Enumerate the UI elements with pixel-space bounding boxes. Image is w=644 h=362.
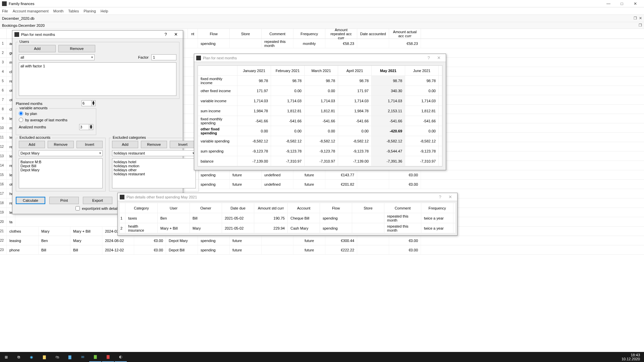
maximize-button[interactable]: □ bbox=[615, 1, 629, 6]
remove-user-button[interactable]: Remove bbox=[58, 45, 95, 52]
table-row[interactable]: sum spending-9,123.78-9,123.78-9,123.78-… bbox=[198, 146, 442, 156]
col-month[interactable]: March 2021 bbox=[305, 66, 338, 75]
add-category-button[interactable]: Add bbox=[112, 141, 138, 148]
col-month[interactable]: January 2021 bbox=[237, 66, 271, 75]
table-row[interactable]: sum income1,984.781,812.811,812.811,984.… bbox=[198, 106, 442, 116]
close-dialog-button[interactable]: ✕ bbox=[171, 32, 181, 37]
col-date-due[interactable]: Date due bbox=[222, 203, 254, 213]
plan-dialog-titlebar[interactable]: Plan for next months ? ✕ bbox=[12, 31, 183, 39]
analized-months-spinner[interactable]: ▲▼ bbox=[79, 124, 93, 130]
list-item[interactable]: Depot Bill bbox=[20, 164, 101, 168]
print-button[interactable]: Print bbox=[49, 197, 79, 204]
col-frequency[interactable]: Frequency bbox=[293, 29, 325, 39]
col-store[interactable]: Store bbox=[230, 29, 262, 39]
app-icon-2[interactable]: ▇ bbox=[89, 352, 101, 362]
help-button[interactable]: ? bbox=[424, 55, 434, 60]
menu-account-management[interactable]: Account management bbox=[13, 9, 49, 13]
account-select[interactable]: Depot Mary bbox=[19, 150, 103, 156]
table-row[interactable]: 1taxesBenBill2021-05-02190.75Cheque Bill… bbox=[120, 213, 455, 223]
close-button[interactable]: ✕ bbox=[629, 1, 642, 6]
menu-tables[interactable]: Tables bbox=[68, 9, 79, 13]
col-user[interactable]: User bbox=[158, 203, 190, 213]
mail-icon[interactable]: ✉ bbox=[76, 352, 89, 362]
col-category[interactable]: Category bbox=[125, 203, 158, 213]
col-amount-std[interactable]: Amount std curr bbox=[254, 203, 288, 213]
planned-months-spinner[interactable]: ▲▼ bbox=[82, 100, 96, 106]
table-row[interactable]: 22leasingBenMary2024-08-02€0.00Depot Mar… bbox=[0, 236, 644, 245]
calculate-button[interactable]: Calculate bbox=[16, 197, 45, 204]
list-item[interactable]: all with factor 1 bbox=[20, 64, 175, 68]
menu-month[interactable]: Month bbox=[53, 9, 64, 13]
table-row[interactable]: fixed monthly spending-541.66-541.66-541… bbox=[198, 116, 442, 126]
close-dialog-button[interactable]: ✕ bbox=[434, 55, 444, 60]
subdoc-restore-icon[interactable]: ❐ bbox=[639, 23, 642, 27]
table-row[interactable]: other fixed income171.970.000.00171.9734… bbox=[198, 86, 442, 96]
doc-close-icon[interactable]: ✕ bbox=[639, 16, 642, 20]
invert-account-button[interactable]: Invert bbox=[76, 141, 103, 148]
col-comment[interactable]: Comment bbox=[384, 203, 421, 213]
table-row[interactable]: other fixed spending0.000.000.000.00-420… bbox=[198, 126, 442, 136]
menu-file[interactable]: File bbox=[2, 9, 8, 13]
doc-restore-icon[interactable]: ❐ bbox=[634, 16, 637, 20]
export-button[interactable]: Export bbox=[83, 197, 112, 204]
col-month[interactable]: April 2021 bbox=[338, 66, 372, 75]
table-row[interactable]: 23phoneBillBill2024-12-02€0.00Depot Bill… bbox=[0, 245, 644, 255]
col-month[interactable]: May 2021 bbox=[372, 66, 405, 75]
app-icon-4[interactable]: ◐ bbox=[115, 352, 127, 362]
account-listbox[interactable]: Balance M:B Depot Bill Depot Mary bbox=[19, 158, 103, 188]
col-date-accounted[interactable]: Date accounted bbox=[357, 29, 389, 39]
close-dialog-button[interactable]: ✕ bbox=[445, 194, 455, 199]
table-row[interactable]: fixed monthly income98.7898.7898.7898.78… bbox=[198, 76, 442, 86]
radio-by-plan[interactable]: by plan bbox=[19, 111, 93, 116]
list-item[interactable]: Balance M:B bbox=[20, 160, 101, 164]
add-user-button[interactable]: Add bbox=[19, 45, 56, 52]
table-row[interactable]: variable spending-8,582.12-8,582.12-8,58… bbox=[198, 136, 442, 146]
category-select[interactable]: holidays restaurant bbox=[112, 150, 196, 156]
remove-category-button[interactable]: Remove bbox=[141, 141, 167, 148]
list-item[interactable]: holidays hotel bbox=[114, 160, 194, 164]
explorer-icon[interactable]: ▇ bbox=[38, 352, 50, 362]
list-item[interactable]: holidays restaurant bbox=[114, 172, 194, 176]
col-flow[interactable]: Flow bbox=[320, 203, 352, 213]
col-frequency[interactable]: Frequency bbox=[421, 203, 453, 213]
minimize-button[interactable]: — bbox=[602, 1, 615, 6]
col-flow[interactable]: Flow bbox=[198, 29, 230, 39]
help-button[interactable]: ? bbox=[435, 194, 445, 199]
plan-detail-table[interactable]: Category User Owner Date due Amount std … bbox=[120, 203, 455, 233]
category-listbox[interactable]: holidays hotel holidays motion holidays … bbox=[112, 158, 196, 188]
remove-account-button[interactable]: Remove bbox=[48, 141, 74, 148]
user-select[interactable]: all bbox=[19, 54, 95, 60]
radio-by-average[interactable]: by average of last months bbox=[19, 118, 93, 122]
system-tray[interactable]: 18:43 10.12.2020 bbox=[622, 353, 644, 361]
help-button[interactable]: ? bbox=[161, 32, 171, 37]
plan-detail-titlebar[interactable]: Plan details other fixed spending May 20… bbox=[118, 193, 457, 201]
table-row[interactable]: 2health insuranceMary + BillMary2021-05-… bbox=[120, 223, 455, 233]
col-account[interactable]: Account bbox=[288, 203, 320, 213]
table-row[interactable]: variable income1,714.031,714.031,714.031… bbox=[198, 96, 442, 106]
edge-icon[interactable]: ◉ bbox=[25, 352, 38, 362]
col-amount-actual[interactable]: Amount actual acc curr bbox=[389, 29, 421, 39]
list-item[interactable]: Depot Mary bbox=[20, 168, 101, 172]
col-month[interactable]: February 2021 bbox=[271, 66, 305, 75]
list-item[interactable]: holidays motion bbox=[114, 164, 194, 168]
add-account-button[interactable]: Add bbox=[19, 141, 45, 148]
menu-planing[interactable]: Planing bbox=[84, 9, 96, 13]
start-button[interactable]: ⊞ bbox=[0, 352, 12, 362]
col-month[interactable]: June 2021 bbox=[405, 66, 439, 75]
menu-help[interactable]: Help bbox=[101, 9, 108, 13]
plan-result-titlebar[interactable]: Plan for next months ? ✕ bbox=[194, 54, 446, 62]
table-row[interactable]: balance-7,139.00-7,310.97-7,310.97-7,139… bbox=[198, 156, 442, 166]
invert-category-button[interactable]: Invert bbox=[170, 141, 196, 148]
col-comment[interactable]: Comment bbox=[262, 29, 293, 39]
col-amount-repeated[interactable]: Amount repeated acc curr bbox=[325, 29, 357, 39]
task-view-button[interactable]: ⧉ bbox=[13, 352, 25, 362]
store-icon[interactable]: 🛍 bbox=[51, 352, 63, 362]
app-icon-3[interactable]: ▇ bbox=[102, 352, 114, 362]
factor-input[interactable] bbox=[151, 54, 176, 60]
user-listbox[interactable]: all with factor 1 bbox=[19, 62, 176, 96]
col-owner[interactable]: Owner bbox=[190, 203, 222, 213]
list-item[interactable]: holidays other bbox=[114, 168, 194, 172]
plan-result-table[interactable]: January 2021February 2021March 2021April… bbox=[198, 65, 442, 167]
app-icon-1[interactable]: ▇ bbox=[64, 352, 76, 362]
col-store[interactable]: Store bbox=[352, 203, 384, 213]
